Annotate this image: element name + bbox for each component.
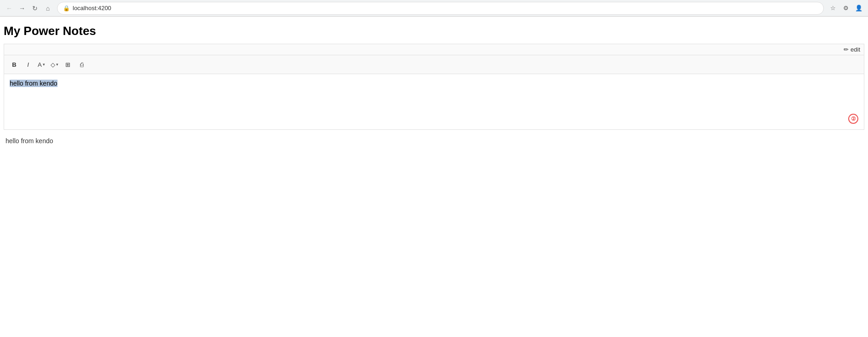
bold-button[interactable]: B: [8, 58, 21, 71]
editor-toolbar: B I A ▾ ◇ ▾ ⊞ ⎙: [4, 55, 864, 74]
lock-icon: 🔒: [63, 5, 70, 12]
bold-icon: B: [12, 61, 16, 68]
print-button[interactable]: ⎙: [75, 58, 88, 71]
back-button[interactable]: ←: [4, 3, 15, 14]
chevron-down-icon: ▾: [43, 62, 45, 67]
edit-button-label: edit: [851, 46, 860, 53]
nav-buttons: ← → ↻ ⌂: [4, 3, 53, 14]
color-icon: ◇: [51, 61, 55, 68]
bookmark-star-button[interactable]: ☆: [828, 3, 839, 14]
address-bar[interactable]: 🔒 localhost:4200: [57, 2, 824, 15]
forward-icon: →: [19, 5, 25, 12]
print-icon: ⎙: [80, 61, 84, 68]
home-icon: ⌂: [46, 5, 50, 12]
profile-button[interactable]: 👤: [853, 3, 864, 14]
italic-button[interactable]: I: [22, 58, 34, 71]
color-dropdown[interactable]: ◇ ▾: [48, 58, 61, 71]
output-text: hello from kendo: [4, 137, 864, 145]
extensions-button[interactable]: ⚙: [840, 3, 851, 14]
browser-chrome: ← → ↻ ⌂ 🔒 localhost:4200 ☆ ⚙ 👤: [0, 0, 868, 17]
home-button[interactable]: ⌂: [42, 3, 53, 14]
pencil-icon: ✏: [844, 46, 849, 53]
page-content: My Power Notes ✏ edit B I A ▾ ◇ ▾: [0, 17, 868, 148]
reload-icon: ↻: [32, 5, 38, 12]
editor-highlighted-text: hello from kendo: [10, 80, 57, 87]
reload-button[interactable]: ↻: [29, 3, 40, 14]
table-icon: ⊞: [65, 61, 70, 68]
font-size-dropdown[interactable]: A ▾: [35, 58, 47, 71]
page-title: My Power Notes: [4, 24, 864, 38]
back-icon: ←: [6, 5, 12, 12]
edit-bar: ✏ edit: [4, 44, 864, 55]
edit-button[interactable]: ✏ edit: [844, 46, 860, 53]
browser-actions: ☆ ⚙ 👤: [828, 3, 864, 14]
editor-text: hello from kendo: [10, 80, 858, 87]
chevron-down-icon: ▾: [56, 62, 58, 67]
table-button[interactable]: ⊞: [62, 58, 75, 71]
italic-icon: I: [27, 61, 29, 68]
forward-button[interactable]: →: [17, 3, 28, 14]
url-input[interactable]: localhost:4200: [73, 5, 818, 12]
font-size-label: A: [38, 61, 42, 68]
editor-container: B I A ▾ ◇ ▾ ⊞ ⎙ hello from ken: [4, 55, 864, 130]
editor-content[interactable]: hello from kendo ②: [4, 74, 864, 129]
circle-badge: ②: [848, 114, 858, 124]
